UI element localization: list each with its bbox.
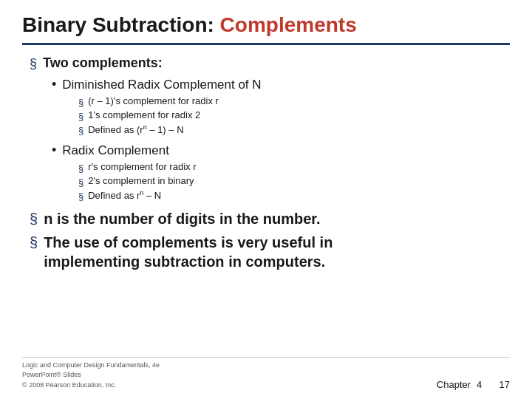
footer-line2: PowerPoint® Slides [22, 370, 160, 381]
bullet-l3-text-1: (r – 1)'s complement for radix r [88, 95, 219, 106]
bullet-l3-icon-4: § [78, 163, 83, 174]
content-area: § Two complements: • Diminished Radix Co… [22, 55, 510, 357]
footer-line3: © 2008 Pearson Education, Inc. [22, 381, 160, 391]
slide-title: Binary Subtraction: Complements [22, 13, 510, 37]
bullet-l2-dot-2: • [52, 143, 56, 158]
footer-page-number: 17 [499, 379, 510, 390]
complements-line1: The use of complements is very useful in [44, 234, 332, 250]
bullet-two-complements: § Two complements: [30, 55, 510, 72]
diminished-radix-bullets: § (r – 1)'s complement for radix r § 1's… [78, 95, 510, 136]
footer-left: Logic and Computer Design Fundamentals, … [22, 361, 160, 391]
footer-line1: Logic and Computer Design Fundamentals, … [22, 361, 160, 371]
n-digits-text: n is the number of digits in the number. [44, 209, 320, 228]
bullet-l3-text-2: 1's complement for radix 2 [88, 109, 200, 120]
bullet-l3-6: § Defined as rn – N [78, 189, 510, 202]
bullet-l3-2: § 1's complement for radix 2 [78, 109, 510, 122]
bullet-l3-text-6: Defined as rn – N [88, 189, 161, 201]
complements-useful-text: The use of complements is very useful in… [44, 233, 332, 271]
diminished-radix-label: Diminished Radix Complement of N [62, 78, 261, 92]
bullet-l3-1: § (r – 1)'s complement for radix r [78, 95, 510, 108]
bullet-diminished-radix: • Diminished Radix Complement of N [52, 78, 510, 92]
slide: Binary Subtraction: Complements § Two co… [0, 0, 532, 399]
radix-complement-bullets: § r's complement for radix r § 2's compl… [78, 161, 510, 202]
footer-chapter-label: Chapter [437, 379, 471, 390]
bullet-l3-4: § r's complement for radix r [78, 161, 510, 174]
footer-right: Chapter 4 17 [437, 379, 510, 390]
bullet-l1-icon-1: § [30, 56, 37, 72]
bullet-l3-icon-3: § [78, 125, 83, 136]
bullet-l3-5: § 2's complement in binary [78, 175, 510, 188]
footer: Logic and Computer Design Fundamentals, … [22, 357, 510, 391]
bullet-l2-dot-1: • [52, 77, 56, 92]
radix-complement-section: • Radix Complement § r's complement for … [52, 143, 510, 202]
bullet-l3-text-5: 2's complement in binary [88, 175, 194, 186]
bullet-l3-icon-1: § [78, 97, 83, 108]
title-highlight: Complements [220, 13, 357, 36]
bullet-n-digits: § n is the number of digits in the numbe… [30, 209, 510, 228]
bullet-l1-large-icon-2: § [30, 234, 38, 251]
bullet-radix-complement: • Radix Complement [52, 143, 510, 158]
complements-line2: implementing subtraction in computers. [44, 253, 325, 270]
diminished-radix-section: • Diminished Radix Complement of N § (r … [52, 78, 510, 136]
bullet-l1-large-icon-1: § [30, 211, 38, 228]
bullet-l3-text-3: Defined as (rn – 1) – N [88, 123, 183, 135]
bullet-l3-icon-2: § [78, 111, 83, 122]
bullet-l3-text-4: r's complement for radix r [88, 161, 196, 172]
bullet-l3-icon-6: § [78, 191, 83, 202]
bullet-l3-icon-5: § [78, 177, 83, 188]
title-area: Binary Subtraction: Complements [22, 13, 510, 45]
footer-chapter-number: 4 [477, 379, 482, 390]
two-complements-label: Two complements: [43, 55, 163, 71]
bullet-complements-useful: § The use of complements is very useful … [30, 233, 510, 271]
bullet-l3-3: § Defined as (rn – 1) – N [78, 123, 510, 136]
title-prefix: Binary Subtraction: [22, 13, 220, 36]
radix-complement-label: Radix Complement [62, 143, 169, 158]
